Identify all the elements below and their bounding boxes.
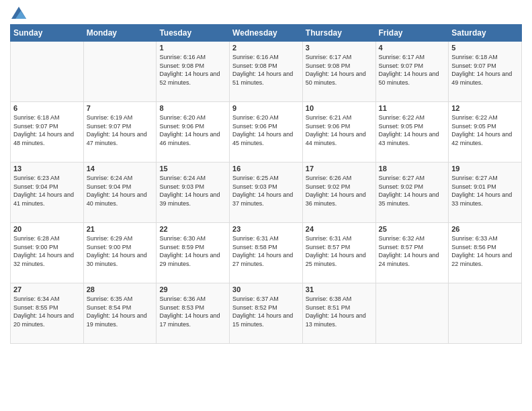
day-number: 20 xyxy=(13,225,81,233)
day-number: 12 xyxy=(451,104,519,112)
day-number: 17 xyxy=(306,165,373,173)
day-cell: 1Sunrise: 6:16 AMSunset: 9:08 PMDaylight… xyxy=(157,42,230,102)
day-number: 11 xyxy=(379,104,446,112)
day-cell: 8Sunrise: 6:20 AMSunset: 9:06 PMDaylight… xyxy=(157,102,230,163)
week-row-3: 13Sunrise: 6:23 AMSunset: 9:04 PMDayligh… xyxy=(11,163,522,223)
day-number: 3 xyxy=(306,44,373,52)
day-number: 7 xyxy=(87,104,154,112)
day-cell: 9Sunrise: 6:20 AMSunset: 9:06 PMDaylight… xyxy=(230,102,303,163)
day-info: Sunrise: 6:32 AMSunset: 8:57 PMDaylight:… xyxy=(379,234,446,268)
day-cell: 3Sunrise: 6:17 AMSunset: 9:08 PMDaylight… xyxy=(302,42,375,102)
weekday-tuesday: Tuesday xyxy=(157,25,230,42)
day-info: Sunrise: 6:20 AMSunset: 9:06 PMDaylight:… xyxy=(159,113,226,147)
day-number: 13 xyxy=(13,165,81,173)
day-info: Sunrise: 6:16 AMSunset: 9:08 PMDaylight:… xyxy=(232,53,300,87)
day-info: Sunrise: 6:19 AMSunset: 9:07 PMDaylight:… xyxy=(87,113,154,147)
day-info: Sunrise: 6:22 AMSunset: 9:05 PMDaylight:… xyxy=(379,113,446,147)
calendar: SundayMondayTuesdayWednesdayThursdayFrid… xyxy=(10,24,522,344)
day-number: 10 xyxy=(306,104,373,112)
day-info: Sunrise: 6:22 AMSunset: 9:05 PMDaylight:… xyxy=(451,113,519,147)
weekday-header-row: SundayMondayTuesdayWednesdayThursdayFrid… xyxy=(11,25,522,42)
day-number: 30 xyxy=(232,285,300,293)
day-info: Sunrise: 6:28 AMSunset: 9:00 PMDaylight:… xyxy=(13,234,81,268)
weekday-wednesday: Wednesday xyxy=(230,25,303,42)
day-number: 21 xyxy=(87,225,154,233)
day-info: Sunrise: 6:24 AMSunset: 9:04 PMDaylight:… xyxy=(87,174,154,208)
day-cell: 29Sunrise: 6:36 AMSunset: 8:53 PMDayligh… xyxy=(157,283,230,344)
day-cell: 19Sunrise: 6:27 AMSunset: 9:01 PMDayligh… xyxy=(449,163,522,223)
week-row-5: 27Sunrise: 6:34 AMSunset: 8:55 PMDayligh… xyxy=(11,283,522,344)
header xyxy=(10,7,522,19)
day-number: 9 xyxy=(232,104,300,112)
day-info: Sunrise: 6:16 AMSunset: 9:08 PMDaylight:… xyxy=(159,53,226,87)
day-info: Sunrise: 6:17 AMSunset: 9:07 PMDaylight:… xyxy=(379,53,446,87)
day-cell: 5Sunrise: 6:18 AMSunset: 9:07 PMDaylight… xyxy=(449,42,522,102)
day-cell: 18Sunrise: 6:27 AMSunset: 9:02 PMDayligh… xyxy=(375,163,449,223)
day-number: 5 xyxy=(451,44,519,52)
day-number: 23 xyxy=(232,225,300,233)
day-info: Sunrise: 6:21 AMSunset: 9:06 PMDaylight:… xyxy=(306,113,373,147)
day-cell: 21Sunrise: 6:29 AMSunset: 9:00 PMDayligh… xyxy=(83,223,157,283)
day-info: Sunrise: 6:38 AMSunset: 8:51 PMDaylight:… xyxy=(306,295,373,328)
day-info: Sunrise: 6:26 AMSunset: 9:02 PMDaylight:… xyxy=(306,174,373,208)
page: SundayMondayTuesdayWednesdayThursdayFrid… xyxy=(0,0,532,411)
day-number: 18 xyxy=(379,165,446,173)
day-number: 22 xyxy=(159,225,226,233)
day-cell: 2Sunrise: 6:16 AMSunset: 9:08 PMDaylight… xyxy=(230,42,303,102)
day-cell: 25Sunrise: 6:32 AMSunset: 8:57 PMDayligh… xyxy=(375,223,449,283)
day-cell: 13Sunrise: 6:23 AMSunset: 9:04 PMDayligh… xyxy=(11,163,84,223)
day-info: Sunrise: 6:31 AMSunset: 8:57 PMDaylight:… xyxy=(306,234,373,268)
day-cell: 15Sunrise: 6:24 AMSunset: 9:03 PMDayligh… xyxy=(157,163,230,223)
day-number: 6 xyxy=(13,104,81,112)
weekday-monday: Monday xyxy=(83,25,157,42)
day-number: 8 xyxy=(159,104,226,112)
day-cell: 24Sunrise: 6:31 AMSunset: 8:57 PMDayligh… xyxy=(302,223,375,283)
weekday-thursday: Thursday xyxy=(302,25,375,42)
week-row-1: 1Sunrise: 6:16 AMSunset: 9:08 PMDaylight… xyxy=(11,42,522,102)
weekday-saturday: Saturday xyxy=(449,25,522,42)
day-number: 25 xyxy=(379,225,446,233)
day-info: Sunrise: 6:36 AMSunset: 8:53 PMDaylight:… xyxy=(159,295,226,328)
day-cell: 26Sunrise: 6:33 AMSunset: 8:56 PMDayligh… xyxy=(449,223,522,283)
day-cell xyxy=(11,42,84,102)
day-cell: 16Sunrise: 6:25 AMSunset: 9:03 PMDayligh… xyxy=(230,163,303,223)
day-cell: 7Sunrise: 6:19 AMSunset: 9:07 PMDaylight… xyxy=(83,102,157,163)
day-number: 1 xyxy=(159,44,226,52)
day-info: Sunrise: 6:18 AMSunset: 9:07 PMDaylight:… xyxy=(451,53,519,87)
logo-icon xyxy=(11,7,26,19)
week-row-4: 20Sunrise: 6:28 AMSunset: 9:00 PMDayligh… xyxy=(11,223,522,283)
day-cell: 22Sunrise: 6:30 AMSunset: 8:59 PMDayligh… xyxy=(157,223,230,283)
day-number: 2 xyxy=(232,44,300,52)
weekday-sunday: Sunday xyxy=(11,25,84,42)
day-cell: 17Sunrise: 6:26 AMSunset: 9:02 PMDayligh… xyxy=(302,163,375,223)
day-info: Sunrise: 6:20 AMSunset: 9:06 PMDaylight:… xyxy=(232,113,300,147)
day-cell xyxy=(375,283,449,344)
day-cell: 12Sunrise: 6:22 AMSunset: 9:05 PMDayligh… xyxy=(449,102,522,163)
day-info: Sunrise: 6:31 AMSunset: 8:58 PMDaylight:… xyxy=(232,234,300,268)
day-number: 16 xyxy=(232,165,300,173)
logo xyxy=(10,7,26,19)
day-info: Sunrise: 6:35 AMSunset: 8:54 PMDaylight:… xyxy=(87,295,154,328)
day-info: Sunrise: 6:30 AMSunset: 8:59 PMDaylight:… xyxy=(159,234,226,268)
day-cell: 10Sunrise: 6:21 AMSunset: 9:06 PMDayligh… xyxy=(302,102,375,163)
weekday-friday: Friday xyxy=(375,25,449,42)
day-number: 31 xyxy=(306,285,373,293)
day-cell: 27Sunrise: 6:34 AMSunset: 8:55 PMDayligh… xyxy=(11,283,84,344)
day-info: Sunrise: 6:23 AMSunset: 9:04 PMDaylight:… xyxy=(13,174,81,208)
day-cell: 20Sunrise: 6:28 AMSunset: 9:00 PMDayligh… xyxy=(11,223,84,283)
day-info: Sunrise: 6:18 AMSunset: 9:07 PMDaylight:… xyxy=(13,113,81,147)
day-number: 4 xyxy=(379,44,446,52)
day-number: 29 xyxy=(159,285,226,293)
day-number: 27 xyxy=(13,285,81,293)
day-cell xyxy=(83,42,157,102)
day-number: 19 xyxy=(451,165,519,173)
day-cell: 4Sunrise: 6:17 AMSunset: 9:07 PMDaylight… xyxy=(375,42,449,102)
day-cell: 11Sunrise: 6:22 AMSunset: 9:05 PMDayligh… xyxy=(375,102,449,163)
day-cell xyxy=(449,283,522,344)
day-info: Sunrise: 6:37 AMSunset: 8:52 PMDaylight:… xyxy=(232,295,300,328)
day-info: Sunrise: 6:25 AMSunset: 9:03 PMDaylight:… xyxy=(232,174,300,208)
day-info: Sunrise: 6:33 AMSunset: 8:56 PMDaylight:… xyxy=(451,234,519,268)
day-number: 28 xyxy=(87,285,154,293)
day-number: 24 xyxy=(306,225,373,233)
day-cell: 23Sunrise: 6:31 AMSunset: 8:58 PMDayligh… xyxy=(230,223,303,283)
